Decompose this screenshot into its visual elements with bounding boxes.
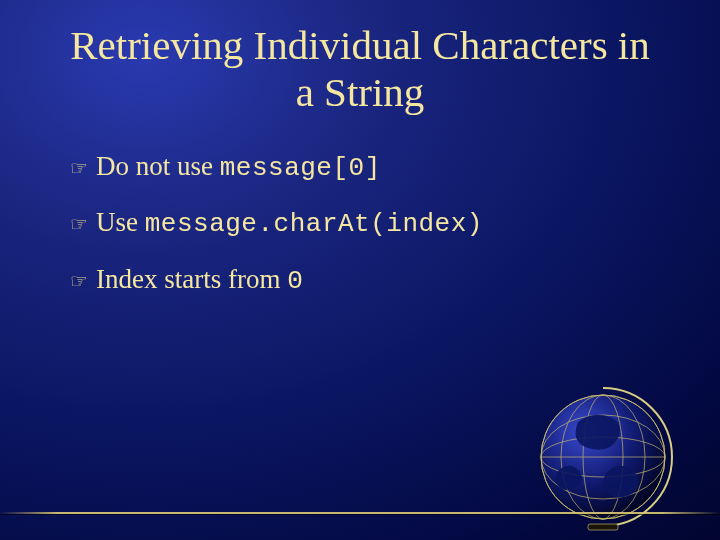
pointing-hand-icon: ☞: [70, 269, 96, 293]
bullet-pre: Index starts from: [96, 264, 287, 294]
footer-divider: [0, 512, 720, 514]
bullet-text: Use message.charAt(index): [96, 206, 483, 240]
bullet-text: Index starts from 0: [96, 263, 303, 297]
svg-rect-7: [588, 524, 618, 530]
bullet-list: ☞ Do not use message[0] ☞ Use message.ch…: [60, 150, 660, 297]
bullet-code: message[0]: [220, 153, 381, 183]
bullet-code: 0: [287, 266, 303, 296]
pointing-hand-icon: ☞: [70, 212, 96, 236]
pointing-hand-icon: ☞: [70, 156, 96, 180]
slide-title: Retrieving Individual Characters in a St…: [60, 22, 660, 116]
slide: Retrieving Individual Characters in a St…: [0, 0, 720, 540]
bullet-text: Do not use message[0]: [96, 150, 381, 184]
bullet-pre: Use: [96, 207, 145, 237]
list-item: ☞ Do not use message[0]: [70, 150, 660, 184]
list-item: ☞ Index starts from 0: [70, 263, 660, 297]
bullet-pre: Do not use: [96, 151, 220, 181]
globe-icon: [528, 382, 678, 532]
bullet-code: message.charAt(index): [145, 209, 483, 239]
list-item: ☞ Use message.charAt(index): [70, 206, 660, 240]
